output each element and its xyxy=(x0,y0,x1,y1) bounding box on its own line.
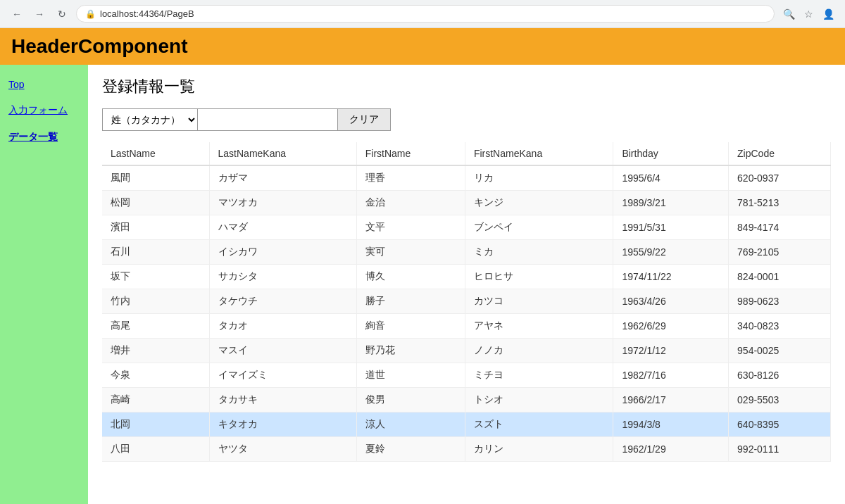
cell-firstnamekana: リカ xyxy=(465,165,613,191)
cell-lastname: 松岡 xyxy=(102,191,209,215)
app-body: Top 入力フォーム データ一覧 登録情報一覧 姓（カタカナ） 名（カタカナ） … xyxy=(0,65,845,504)
cell-zipcode: 620-0937 xyxy=(729,165,831,191)
col-lastname: LastName xyxy=(102,142,209,165)
cell-firstnamekana: トシオ xyxy=(465,388,613,412)
cell-birthday: 1962/6/29 xyxy=(613,314,729,339)
cell-firstnamekana: キンジ xyxy=(465,191,613,215)
cell-lastnamekana: ハマダ xyxy=(209,215,356,240)
cell-lastname: 高尾 xyxy=(102,314,209,339)
lock-icon: 🔒 xyxy=(85,9,96,19)
cell-zipcode: 989-0623 xyxy=(729,289,831,314)
cell-zipcode: 849-4174 xyxy=(729,215,831,240)
sidebar: Top 入力フォーム データ一覧 xyxy=(0,65,88,504)
cell-birthday: 1994/3/8 xyxy=(613,412,729,437)
cell-firstnamekana: カリン xyxy=(465,437,613,462)
sidebar-item-data[interactable]: データ一覧 xyxy=(0,125,88,149)
table-row[interactable]: 坂下サカシタ博久ヒロヒサ1974/11/22824-0001 xyxy=(102,265,831,289)
cell-firstnamekana: ミチヨ xyxy=(465,363,613,388)
cell-birthday: 1982/7/16 xyxy=(613,363,729,388)
address-bar[interactable]: 🔒 localhost:44364/PageB xyxy=(76,5,775,23)
cell-lastname: 増井 xyxy=(102,339,209,363)
cell-birthday: 1995/6/4 xyxy=(613,165,729,191)
cell-firstnamekana: ノノカ xyxy=(465,339,613,363)
cell-zipcode: 630-8126 xyxy=(729,363,831,388)
cell-firstname: 金治 xyxy=(356,191,465,215)
cell-birthday: 1991/5/31 xyxy=(613,215,729,240)
cell-lastnamekana: ヤツタ xyxy=(209,437,356,462)
cell-lastnamekana: イマイズミ xyxy=(209,363,356,388)
main-content: 登録情報一覧 姓（カタカナ） 名（カタカナ） 生年月日 郵便番号 クリア Las… xyxy=(88,65,845,504)
cell-birthday: 1966/2/17 xyxy=(613,388,729,412)
cell-firstname: 博久 xyxy=(356,265,465,289)
cell-birthday: 1955/9/22 xyxy=(613,240,729,265)
cell-firstname: 俊男 xyxy=(356,388,465,412)
cell-zipcode: 640-8395 xyxy=(729,412,831,437)
cell-firstnamekana: スズト xyxy=(465,412,613,437)
cell-lastname: 今泉 xyxy=(102,363,209,388)
header-row: LastName LastNameKana FirstName FirstNam… xyxy=(102,142,831,165)
cell-birthday: 1963/4/26 xyxy=(613,289,729,314)
col-zipcode: ZipCode xyxy=(729,142,831,165)
cell-zipcode: 029-5503 xyxy=(729,388,831,412)
cell-firstnamekana: カツコ xyxy=(465,289,613,314)
cell-lastnamekana: タケウチ xyxy=(209,289,356,314)
cell-firstnamekana: ミカ xyxy=(465,240,613,265)
cell-zipcode: 992-0111 xyxy=(729,437,831,462)
col-lastnamekana: LastNameKana xyxy=(209,142,356,165)
sidebar-item-top[interactable]: Top xyxy=(0,73,88,96)
cell-firstname: 道世 xyxy=(356,363,465,388)
cell-birthday: 1974/11/22 xyxy=(613,265,729,289)
bookmark-button[interactable]: ☆ xyxy=(800,6,817,23)
data-table: LastName LastNameKana FirstName FirstNam… xyxy=(102,142,831,462)
table-row[interactable]: 松岡マツオカ金治キンジ1989/3/21781-5213 xyxy=(102,191,831,215)
filter-input[interactable] xyxy=(197,108,338,131)
col-birthday: Birthday xyxy=(613,142,729,165)
cell-lastnamekana: キタオカ xyxy=(209,412,356,437)
filter-area: 姓（カタカナ） 名（カタカナ） 生年月日 郵便番号 クリア xyxy=(102,108,831,131)
clear-button[interactable]: クリア xyxy=(338,108,391,131)
cell-lastname: 風間 xyxy=(102,165,209,191)
cell-lastnamekana: タカオ xyxy=(209,314,356,339)
cell-firstnamekana: ブンペイ xyxy=(465,215,613,240)
table-row[interactable]: 高尾タカオ絢音アヤネ1962/6/29340-0823 xyxy=(102,314,831,339)
cell-firstname: 勝子 xyxy=(356,289,465,314)
forward-button[interactable]: → xyxy=(31,6,48,23)
cell-lastnamekana: サカシタ xyxy=(209,265,356,289)
cell-firstnamekana: ヒロヒサ xyxy=(465,265,613,289)
cell-birthday: 1989/3/21 xyxy=(613,191,729,215)
cell-firstname: 涼人 xyxy=(356,412,465,437)
cell-birthday: 1972/1/12 xyxy=(613,339,729,363)
table-row[interactable]: 今泉イマイズミ道世ミチヨ1982/7/16630-8126 xyxy=(102,363,831,388)
cell-firstname: 理香 xyxy=(356,165,465,191)
table-row[interactable]: 八田ヤツタ夏鈴カリン1962/1/29992-0111 xyxy=(102,437,831,462)
cell-lastname: 高崎 xyxy=(102,388,209,412)
cell-firstname: 絢音 xyxy=(356,314,465,339)
filter-select[interactable]: 姓（カタカナ） 名（カタカナ） 生年月日 郵便番号 xyxy=(102,108,197,131)
cell-firstname: 実可 xyxy=(356,240,465,265)
table-row[interactable]: 増井マスイ野乃花ノノカ1972/1/12954-0025 xyxy=(102,339,831,363)
table-row[interactable]: 北岡キタオカ涼人スズト1994/3/8640-8395 xyxy=(102,412,831,437)
header-title: HeaderComponent xyxy=(11,35,187,57)
profile-button[interactable]: 👤 xyxy=(820,6,837,23)
cell-firstname: 野乃花 xyxy=(356,339,465,363)
cell-lastname: 石川 xyxy=(102,240,209,265)
cell-zipcode: 824-0001 xyxy=(729,265,831,289)
col-firstnamekana: FirstNameKana xyxy=(465,142,613,165)
zoom-button[interactable]: 🔍 xyxy=(780,6,797,23)
cell-firstname: 文平 xyxy=(356,215,465,240)
sidebar-item-form[interactable]: 入力フォーム xyxy=(0,99,88,122)
reload-button[interactable]: ↻ xyxy=(54,6,70,23)
cell-lastnamekana: マスイ xyxy=(209,339,356,363)
cell-lastnamekana: タカサキ xyxy=(209,388,356,412)
page-title: 登録情報一覧 xyxy=(102,76,831,97)
table-row[interactable]: 風間カザマ理香リカ1995/6/4620-0937 xyxy=(102,165,831,191)
cell-lastname: 濱田 xyxy=(102,215,209,240)
back-button[interactable]: ← xyxy=(8,6,25,23)
table-row[interactable]: 高崎タカサキ俊男トシオ1966/2/17029-5503 xyxy=(102,388,831,412)
table-row[interactable]: 濱田ハマダ文平ブンペイ1991/5/31849-4174 xyxy=(102,215,831,240)
table-row[interactable]: 石川イシカワ実可ミカ1955/9/22769-2105 xyxy=(102,240,831,265)
table-row[interactable]: 竹内タケウチ勝子カツコ1963/4/26989-0623 xyxy=(102,289,831,314)
browser-chrome: ← → ↻ 🔒 localhost:44364/PageB 🔍 ☆ 👤 xyxy=(0,0,845,28)
cell-zipcode: 769-2105 xyxy=(729,240,831,265)
cell-firstnamekana: アヤネ xyxy=(465,314,613,339)
